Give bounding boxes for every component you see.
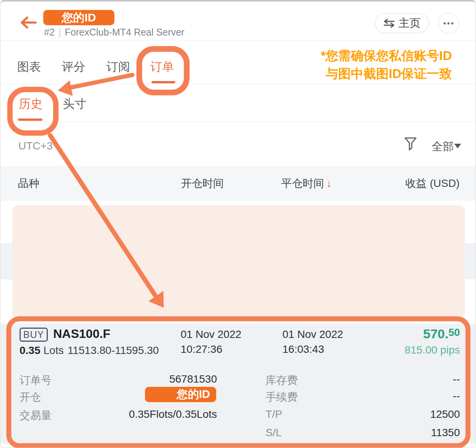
order-price-range: 11513.80-11595.30 — [67, 344, 159, 356]
timezone-label: UTC+3 — [18, 140, 52, 152]
detail-label-open-price: 开仓 — [20, 390, 41, 404]
back-arrow-icon — [20, 15, 37, 30]
order-symbol: NAS100.F — [53, 327, 110, 341]
tabs-divider — [0, 84, 476, 84]
detail-label-swap: 库存费 — [266, 373, 298, 388]
column-symbol: 品种 — [18, 166, 39, 201]
detail-value-order-number: 56781530 — [169, 373, 217, 385]
column-close-time[interactable]: 平仓时间↓ — [281, 166, 332, 201]
order-profit: 570. 50 — [423, 327, 460, 340]
tab-orders[interactable]: 订单 — [150, 59, 174, 75]
order-open-date: 01 Nov 2022 — [181, 328, 241, 341]
home-button-label: 主页 — [399, 16, 421, 31]
order-side-badge: BUY — [20, 328, 48, 342]
back-button[interactable] — [20, 15, 37, 30]
order-volume-line: 0.35Lots11513.80-11595.30 — [20, 344, 159, 357]
detail-value-swap: -- — [453, 373, 460, 385]
detail-value-stop-loss: 11350 — [431, 427, 460, 439]
account-id-overlay-badge: 您的ID — [43, 10, 114, 25]
detail-value-take-profit: 12500 — [430, 408, 460, 420]
subtab-positions[interactable]: 头寸 — [63, 96, 86, 112]
history-table-header: 品种 开仓时间 平仓时间↓ 收益 (USD) — [0, 166, 476, 201]
detail-label-order-number: 订单号 — [20, 373, 52, 388]
column-profit: 收益 (USD) — [405, 166, 460, 201]
more-options-button[interactable]: ••• — [438, 13, 459, 34]
swap-arrows-icon — [383, 19, 395, 28]
redacted-rows-overlay — [12, 205, 465, 318]
home-button[interactable]: 主页 — [375, 13, 429, 33]
subtitle-separator: | — [59, 27, 61, 37]
crayon-arrow-orders-to-history-line — [70, 75, 132, 88]
filter-dropdown[interactable]: 全部 — [432, 139, 454, 154]
tab-subscribe[interactable]: 订阅 — [106, 59, 130, 75]
active-tab-underline — [152, 81, 175, 83]
account-subtitle: #2|ForexClub-MT4 Real Server — [44, 27, 184, 38]
subtab-history[interactable]: 历史 — [19, 96, 42, 112]
detail-label-take-profit: T/P — [266, 408, 282, 420]
order-close-time: 16:03:43 — [282, 343, 324, 355]
order-history-card[interactable] — [0, 324, 476, 444]
server-name: ForexClub-MT4 Real Server — [65, 27, 184, 37]
order-open-time: 10:27:36 — [181, 343, 222, 355]
order-pips: 815.00 pips — [404, 344, 460, 356]
crayon-arrowhead-history — [58, 80, 73, 96]
sort-descending-icon: ↓ — [326, 177, 332, 189]
account-number: #2 — [44, 27, 55, 37]
ellipsis-icon: ••• — [442, 19, 455, 28]
order-close-date: 01 Nov 2022 — [282, 328, 343, 341]
header-divider — [0, 40, 476, 41]
active-subtab-underline — [18, 118, 42, 121]
open-price-id-overlay-badge: 您的ID — [145, 387, 216, 402]
column-close-time-label: 平仓时间 — [281, 177, 324, 189]
detail-value-trade-volume: 0.35Flots/0.35Lots — [129, 408, 217, 420]
annotation-note-line2: 与图中截图ID保证一致 — [321, 65, 452, 83]
order-profit-decimal: 50 — [448, 327, 460, 338]
detail-label-commission: 手续费 — [266, 390, 298, 404]
subtabs-divider — [0, 122, 476, 122]
order-volume-unit: Lots — [44, 344, 64, 356]
annotation-note-line1: *您需确保您私信账号ID — [321, 47, 452, 65]
trading-app-window: 您的ID #2|ForexClub-MT4 Real Server 主页 •••… — [0, 0, 476, 448]
annotation-note-text: *您需确保您私信账号ID 与图中截图ID保证一致 — [321, 47, 452, 83]
detail-label-stop-loss: S/L — [266, 427, 282, 439]
order-profit-main: 570. — [423, 327, 448, 340]
detail-label-trade-volume: 交易量 — [20, 408, 52, 423]
dropdown-caret-icon[interactable] — [454, 144, 461, 148]
order-volume: 0.35 — [20, 344, 41, 356]
column-open-time: 开仓时间 — [181, 166, 224, 201]
tab-rating[interactable]: 评分 — [62, 59, 85, 75]
filter-button[interactable] — [404, 137, 417, 153]
detail-value-commission: -- — [453, 390, 460, 402]
tab-charts[interactable]: 图表 — [17, 59, 41, 75]
filter-funnel-icon — [404, 137, 417, 151]
